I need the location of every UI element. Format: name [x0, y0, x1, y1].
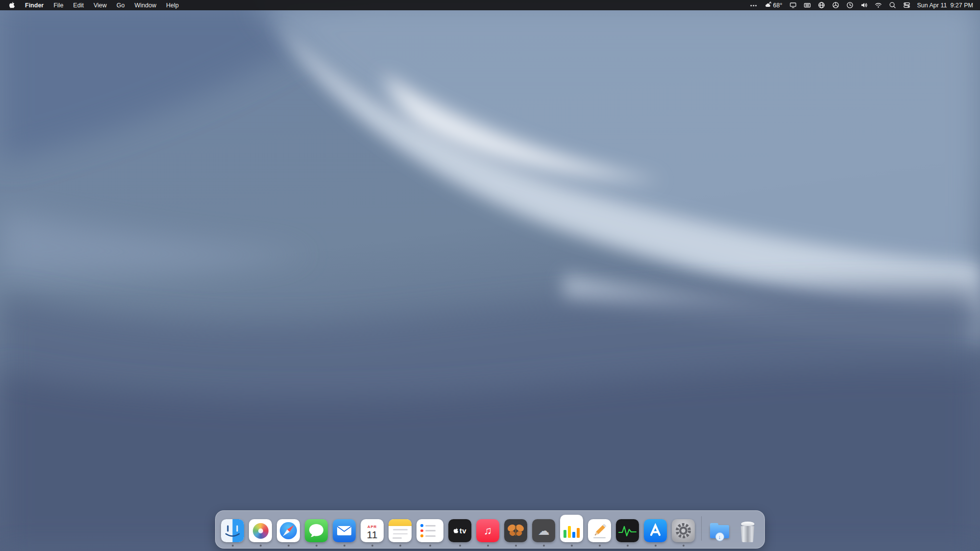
dock-trash[interactable] [736, 519, 759, 542]
dock-notes[interactable] [389, 519, 412, 542]
running-indicator [371, 545, 373, 547]
control-center-status[interactable] [900, 0, 914, 10]
running-indicator [459, 545, 461, 547]
temperature-label: 68° [773, 2, 783, 9]
wifi-icon [875, 1, 882, 9]
search-icon [889, 1, 896, 9]
dock-numbers[interactable] [560, 515, 583, 542]
trash-icon [736, 519, 759, 542]
mail-icon [333, 519, 356, 542]
running-indicator [288, 545, 290, 547]
apple-icon [9, 1, 15, 9]
finder-icon [221, 519, 244, 542]
dock-messages[interactable] [305, 519, 328, 542]
dock-downloads[interactable]: ↓ [708, 519, 731, 542]
dock-activity-monitor[interactable] [616, 519, 639, 542]
running-indicator [399, 545, 401, 547]
dock-container: APR 11 [215, 510, 765, 549]
dock-music[interactable]: ♫ [476, 519, 499, 542]
menu-bar: Finder File Edit View Go Window Help •••… [0, 0, 980, 10]
menu-window[interactable]: Window [129, 0, 161, 10]
app-store-icon [644, 519, 667, 542]
messages-icon [305, 519, 328, 542]
menu-help[interactable]: Help [161, 0, 184, 10]
menu-bar-left: Finder File Edit View Go Window Help [5, 0, 184, 10]
pages-icon [588, 519, 611, 542]
dock-separator [701, 516, 702, 541]
calendar-month-label: APR [368, 525, 377, 529]
clock-status[interactable] [843, 0, 857, 10]
menu-time: 9:27 PM [950, 2, 973, 9]
dock-reminders[interactable] [416, 519, 443, 542]
running-indicator [429, 545, 431, 547]
desktop-wallpaper [0, 0, 980, 551]
cloud-icon: ☁ [532, 519, 555, 542]
download-arrow-icon: ↓ [715, 532, 724, 541]
dock-pages[interactable] [588, 519, 611, 542]
keyboard-icon [804, 1, 811, 9]
apple-glyph [453, 527, 459, 534]
display-icon [789, 1, 797, 9]
dock-butterfly-app[interactable] [504, 519, 527, 542]
music-note-glyph: ♫ [484, 525, 492, 536]
photos-icon [249, 519, 272, 542]
running-indicator [232, 545, 234, 547]
menu-date: Sun Apr 11 [917, 2, 947, 9]
calendar-icon: APR 11 [361, 519, 384, 542]
gear-icon [672, 519, 695, 542]
globe-status[interactable] [814, 0, 829, 10]
pinwheel-icon [832, 1, 839, 9]
dock-mail[interactable] [333, 519, 356, 542]
spotlight-status[interactable] [885, 0, 900, 10]
music-icon: ♫ [476, 519, 499, 542]
dock-system-preferences[interactable] [672, 519, 695, 542]
apple-menu[interactable] [5, 0, 20, 10]
notes-icon [389, 519, 412, 542]
dock-cloud-app[interactable]: ☁ [532, 519, 555, 542]
reminders-icon [416, 519, 443, 542]
dock-photos[interactable] [249, 519, 272, 542]
wifi-status[interactable] [871, 0, 885, 10]
volume-icon [860, 1, 868, 9]
menu-file[interactable]: File [49, 0, 68, 10]
menu-edit[interactable]: Edit [68, 0, 89, 10]
menu-view[interactable]: View [89, 0, 112, 10]
cloud-moon-icon [764, 1, 772, 9]
running-indicator [571, 545, 573, 547]
dock-calendar[interactable]: APR 11 [361, 519, 384, 542]
globe-icon [818, 1, 825, 9]
activity-monitor-icon [616, 519, 639, 542]
weather-status[interactable]: 68° [761, 0, 786, 10]
menu-bar-status: ••• 68° [747, 0, 975, 10]
volume-status[interactable] [857, 0, 871, 10]
dock-safari[interactable] [277, 519, 300, 542]
keyboard-status[interactable] [800, 0, 814, 10]
display-status[interactable] [786, 0, 800, 10]
running-indicator [515, 545, 517, 547]
running-indicator [599, 545, 601, 547]
running-indicator [627, 545, 629, 547]
pinwheel-status[interactable] [829, 0, 843, 10]
butterfly-icon [504, 519, 527, 542]
dock-finder[interactable] [221, 519, 244, 542]
running-indicator [543, 545, 545, 547]
clock-icon [846, 1, 854, 9]
dock-apple-tv[interactable]: tv [448, 519, 471, 542]
safari-icon [277, 519, 300, 542]
running-indicator [683, 545, 685, 547]
menu-go[interactable]: Go [112, 0, 130, 10]
menu-app-name[interactable]: Finder [20, 0, 49, 10]
dock-app-store[interactable] [644, 519, 667, 542]
numbers-icon [560, 515, 583, 542]
apple-tv-icon: tv [448, 519, 471, 542]
dock: APR 11 [215, 510, 765, 549]
overflow-ellipsis-icon[interactable]: ••• [747, 0, 761, 10]
downloads-folder-icon: ↓ [708, 519, 731, 542]
cloud-glyph: ☁ [538, 525, 550, 537]
running-indicator [487, 545, 489, 547]
menu-clock[interactable]: Sun Apr 11 9:27 PM [914, 0, 976, 10]
running-indicator [260, 545, 262, 547]
running-indicator [316, 545, 318, 547]
running-indicator [655, 545, 657, 547]
control-center-icon [903, 1, 910, 9]
